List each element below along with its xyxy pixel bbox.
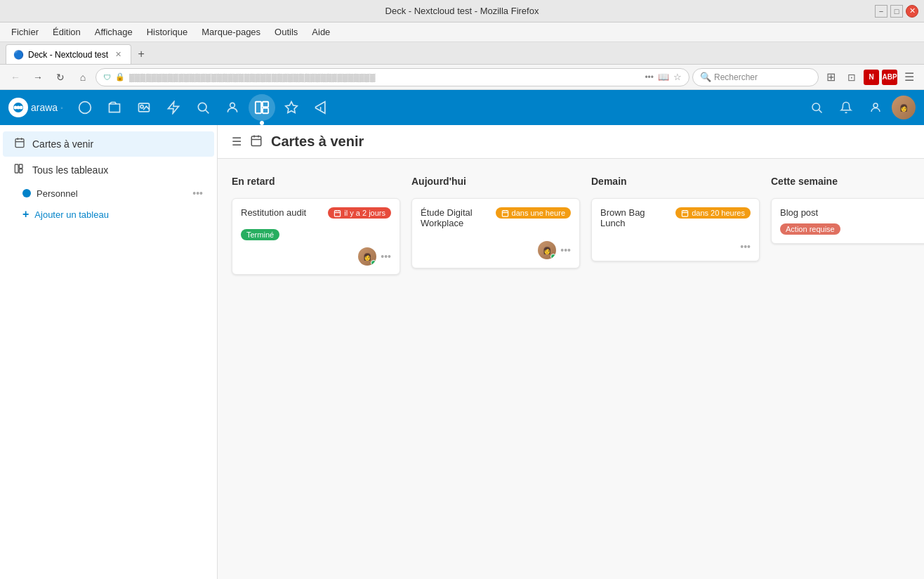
menu-edition[interactable]: Édition	[47, 25, 86, 39]
browser-tab-active[interactable]: 🔵 Deck - Nextcloud test ✕	[6, 44, 131, 64]
sidebar-toggle-icon[interactable]: ⊡	[843, 68, 861, 86]
column-header-demain: Demain	[591, 173, 760, 190]
nc-nav-photos[interactable]	[131, 94, 157, 121]
nc-logo-svg	[12, 101, 25, 114]
extension-nc-icon[interactable]: N	[864, 70, 879, 85]
bookmark-reader-icon[interactable]: 📖	[658, 72, 669, 82]
card-more-button-restitution[interactable]: •••	[381, 251, 391, 262]
content-area: ☰ Cartes à venir En retard Restitution a…	[218, 125, 924, 579]
hamburger-menu-icon[interactable]: ☰	[900, 68, 918, 86]
svg-rect-25	[251, 136, 261, 146]
back-button[interactable]: ←	[6, 67, 25, 87]
card-blog-post[interactable]: Blog post Action requise	[771, 198, 924, 244]
home-button[interactable]: ⌂	[73, 67, 93, 87]
sidebar-item-tous-tableaux[interactable]: Tous les tableaux	[3, 157, 214, 183]
menu-affichage[interactable]: Affichage	[89, 25, 138, 39]
nc-nav-dashboard[interactable]	[72, 94, 98, 121]
window-titlebar: Deck - Nextcloud test - Mozilla Firefox …	[0, 0, 924, 22]
card-tag-termine: Terminé	[241, 229, 279, 240]
svg-point-4	[79, 102, 91, 114]
menu-outils[interactable]: Outils	[269, 25, 303, 39]
menu-fichier[interactable]: Fichier	[6, 25, 44, 39]
nc-nav-deck[interactable]	[249, 94, 275, 121]
svg-rect-22	[15, 164, 18, 173]
card-title-restitution: Restitution audit	[241, 207, 306, 218]
card-etude-digital[interactable]: Étude Digital Workplace dans une heure 👩…	[411, 198, 580, 268]
sidebar-item-cartes-a-venir[interactable]: Cartes à venir	[3, 131, 214, 157]
maximize-button[interactable]: □	[890, 5, 903, 18]
new-tab-button[interactable]: +	[131, 44, 151, 64]
sidebar: Cartes à venir Tous les tableaux Personn…	[0, 125, 218, 579]
menu-bar: Fichier Édition Affichage Historique Mar…	[0, 22, 924, 42]
add-board-label: Ajouter un tableau	[34, 209, 109, 220]
tab-bar: 🔵 Deck - Nextcloud test ✕ +	[0, 42, 924, 65]
column-header-en-retard: En retard	[232, 173, 400, 190]
close-button[interactable]: ✕	[906, 5, 918, 18]
card-tag-action-requise: Action requise	[780, 223, 840, 235]
card-restitution-audit[interactable]: Restitution audit il y a 2 jours Terminé…	[232, 198, 400, 275]
menu-marquepages[interactable]: Marque-pages	[196, 25, 266, 39]
kanban-area: En retard Restitution audit il y a 2 jou…	[218, 159, 924, 579]
board-personnel-label: Personnel	[37, 188, 78, 199]
search-bar[interactable]: 🔍 Rechercher	[692, 68, 819, 86]
nc-brand-name: arawa	[31, 102, 58, 113]
svg-rect-33	[502, 210, 508, 216]
svg-point-8	[198, 103, 206, 111]
page-title: Cartes à venir	[271, 134, 364, 150]
address-bar-more[interactable]: •••	[645, 72, 654, 82]
board-color-dot	[22, 189, 31, 197]
address-text: ▒▒▒▒▒▒▒▒▒▒▒▒▒▒▒▒▒▒▒▒▒▒▒▒▒▒▒▒▒▒▒▒▒▒▒▒▒▒▒▒…	[129, 73, 640, 82]
page-title-calendar-icon	[250, 134, 263, 150]
search-glass-icon: 🔍	[700, 72, 711, 82]
star-bookmark-icon[interactable]: ☆	[673, 72, 682, 82]
tab-close-button[interactable]: ✕	[112, 49, 124, 60]
sidebar-toggle-button[interactable]: ☰	[232, 135, 242, 148]
svg-line-16	[819, 110, 821, 112]
svg-point-6	[140, 105, 143, 108]
content-header: ☰ Cartes à venir	[218, 125, 924, 159]
card-title-etude: Étude Digital Workplace	[421, 207, 491, 228]
svg-rect-18	[15, 139, 24, 148]
kanban-column-cette-semaine: Cette semaine Blog post Action requise	[771, 173, 924, 565]
reload-button[interactable]: ↻	[51, 67, 70, 87]
kanban-column-en-retard: En retard Restitution audit il y a 2 jou…	[232, 173, 400, 565]
board-item-personnel[interactable]: Personnel •••	[3, 183, 214, 203]
nextcloud-topnav: arawa ◦ 👩	[0, 90, 924, 125]
add-board-button[interactable]: + Ajouter un tableau	[3, 204, 214, 225]
svg-rect-12	[263, 102, 268, 107]
avatar-online-dot-etude	[550, 254, 556, 259]
card-more-button-brown-bag[interactable]: •••	[740, 241, 751, 252]
nc-nav-activity[interactable]	[160, 94, 187, 121]
card-footer-brown-bag: •••	[600, 241, 751, 252]
nc-nav-announcements[interactable]	[308, 94, 334, 121]
nc-nav-files[interactable]	[101, 94, 128, 121]
nc-logo-circle	[8, 98, 28, 117]
library-icon[interactable]: ⊞	[821, 68, 840, 86]
menu-historique[interactable]: Historique	[141, 25, 194, 39]
nc-nav-starred[interactable]	[278, 94, 305, 121]
card-brown-bag-lunch[interactable]: Brown Bag Lunch dans 20 heures •••	[591, 198, 760, 261]
browser-nav-bar: ← → ↻ ⌂ 🛡 🔒 ▒▒▒▒▒▒▒▒▒▒▒▒▒▒▒▒▒▒▒▒▒▒▒▒▒▒▒▒…	[0, 65, 924, 90]
card-avatar-etude: 👩	[538, 241, 556, 259]
nc-search-button[interactable]	[803, 94, 830, 121]
svg-point-15	[812, 103, 820, 111]
forward-button[interactable]: →	[28, 67, 48, 87]
lock-icon: 🔒	[115, 72, 125, 82]
window-title: Deck - Nextcloud test - Mozilla Firefox	[385, 6, 539, 16]
nc-user-avatar[interactable]: 👩	[892, 96, 916, 119]
nc-contacts-button[interactable]	[862, 94, 889, 121]
nc-nav-contacts[interactable]	[219, 94, 246, 121]
extension-abp-icon[interactable]: ABP	[882, 70, 897, 85]
menu-aide[interactable]: Aide	[306, 25, 336, 39]
minimize-button[interactable]: −	[875, 5, 887, 18]
svg-rect-11	[256, 102, 261, 114]
board-more-button[interactable]: •••	[192, 188, 203, 199]
nc-nav-search[interactable]	[190, 94, 216, 121]
badge-une-heure-text: dans une heure	[512, 209, 565, 217]
card-footer-etude: 👩 •••	[421, 241, 571, 259]
card-more-button-etude[interactable]: •••	[560, 245, 571, 256]
address-bar[interactable]: 🛡 🔒 ▒▒▒▒▒▒▒▒▒▒▒▒▒▒▒▒▒▒▒▒▒▒▒▒▒▒▒▒▒▒▒▒▒▒▒▒…	[95, 68, 689, 86]
nc-notifications-button[interactable]	[833, 94, 859, 121]
badge-retard-text: il y a 2 jours	[344, 209, 385, 217]
nc-logo[interactable]: arawa ◦	[8, 98, 63, 117]
